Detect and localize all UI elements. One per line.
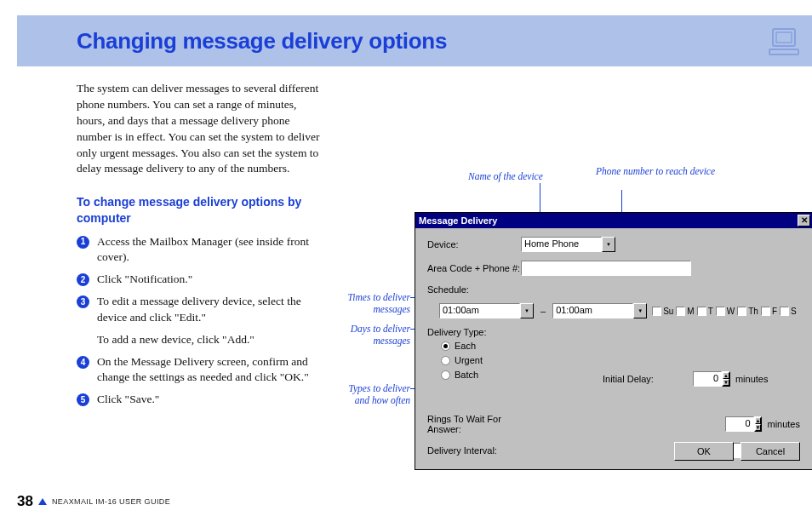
combo-arrow[interactable]: ▼ (520, 303, 534, 318)
step-number: 5 (77, 393, 89, 406)
time-to-value: 01:00am (552, 303, 633, 318)
step-item: 5 Click "Save." (77, 392, 323, 407)
time-to-combo[interactable]: 01:00am ▼ (552, 303, 647, 318)
step-number: 4 (77, 356, 89, 369)
time-from-value: 01:00am (439, 303, 520, 318)
body-column: The system can deliver messages to sever… (77, 81, 323, 415)
callout-types: Types to deliver and how often (340, 383, 410, 407)
device-value: Home Phone (521, 237, 602, 252)
callout-days: Days to deliver messages (340, 324, 410, 347)
step-item: 1 Access the Mailbox Manager (see inside… (77, 234, 323, 265)
guide-name: NEAXMAIL IM-16 USER GUIDE (52, 497, 170, 506)
schedule-label: Schedule: (427, 284, 521, 295)
header-band: Changing message delivery options (17, 15, 812, 66)
day-checkbox-t[interactable] (697, 307, 706, 316)
combo-arrow[interactable]: ▼ (633, 303, 647, 318)
day-checkbox-su[interactable] (652, 307, 661, 316)
procedure-heading: To change message delivery options by co… (77, 194, 323, 225)
rings-label: Rings To Wait For Answer: (427, 414, 536, 434)
day-checkbox-w[interactable] (716, 307, 725, 316)
day-checkbox-f[interactable] (761, 307, 770, 316)
step-number: 1 (77, 236, 89, 249)
step-number: 3 (77, 295, 89, 308)
radio-urgent[interactable] (441, 356, 450, 365)
time-from-combo[interactable]: 01:00am ▼ (439, 303, 534, 318)
step-item: 4 On the Message Delivery screen, confir… (77, 354, 323, 385)
rings-spinner[interactable]: 0 ▲▼ (725, 416, 763, 432)
day-checkbox-group: Su M T W Th F S (652, 307, 797, 316)
page-number: 38 (17, 493, 33, 510)
step-list: 1 Access the Mailbox Manager (see inside… (77, 234, 323, 408)
callout-phone-number: Phone number to reach device (596, 166, 715, 178)
page-title: Changing message delivery options (77, 28, 447, 54)
combo-arrow[interactable]: ▼ (602, 237, 615, 252)
phone-label: Area Code + Phone #: (427, 263, 521, 273)
initial-delay-label: Initial Delay: (603, 374, 688, 384)
dialog-title: Message Delivery (419, 215, 497, 226)
dialog-body: Device: Home Phone ▼ Area Code + Phone #… (415, 228, 812, 469)
page-footer: 38 NEAXMAIL IM-16 USER GUIDE (17, 493, 170, 510)
cancel-button[interactable]: Cancel (741, 442, 800, 461)
triangle-icon (38, 498, 47, 505)
svg-rect-1 (776, 32, 792, 43)
device-combo[interactable]: Home Phone ▼ (521, 237, 615, 252)
day-checkbox-m[interactable] (676, 307, 685, 316)
radio-each[interactable] (441, 341, 450, 351)
step-number: 2 (77, 273, 89, 286)
close-button[interactable]: ✕ (798, 215, 810, 227)
dialog-titlebar: Message Delivery ✕ (415, 213, 812, 228)
message-delivery-dialog: Message Delivery ✕ Device: Home Phone ▼ … (415, 212, 812, 470)
delivery-type-label: Delivery Type: (427, 327, 487, 337)
computer-icon (766, 26, 803, 60)
interval-label: Delivery Interval: (427, 445, 536, 456)
svg-rect-2 (769, 49, 798, 54)
dialog-figure: Name of the device Phone number to reach… (340, 166, 804, 481)
ok-button[interactable]: OK (674, 442, 734, 461)
radio-batch[interactable] (441, 370, 450, 380)
device-label: Device: (427, 239, 521, 250)
callout-device-name: Name of the device (468, 171, 543, 183)
intro-paragraph: The system can deliver messages to sever… (77, 81, 323, 177)
step-item: 3 To edit a message delivery device, sel… (77, 294, 323, 347)
day-checkbox-th[interactable] (737, 307, 746, 316)
initial-delay-spinner[interactable]: 0 ▲▼ (693, 371, 730, 387)
callout-times: Times to deliver messages (340, 292, 410, 316)
day-checkbox-s[interactable] (780, 307, 789, 316)
dash: – (540, 306, 546, 316)
step-item: 2 Click "Notification." (77, 272, 323, 287)
phone-input[interactable] (521, 261, 691, 276)
